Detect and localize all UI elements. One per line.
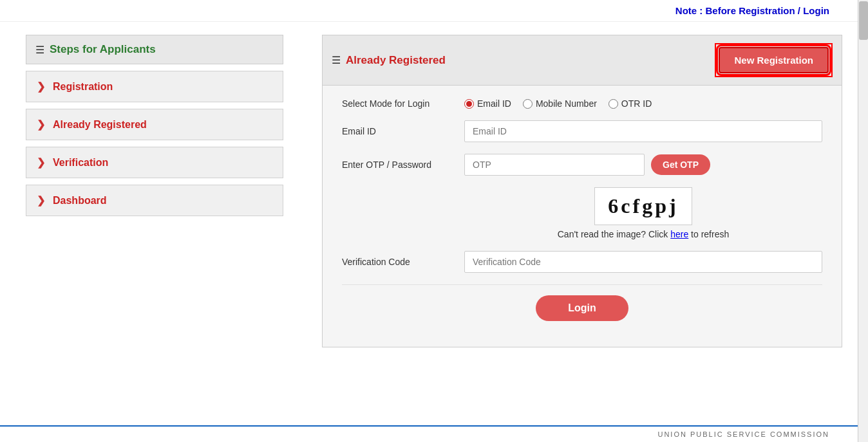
- captcha-hint: Can't read the image? Click here to refr…: [558, 229, 730, 239]
- step-verification[interactable]: ❯ Verification: [26, 147, 283, 178]
- select-mode-row: Select Mode for Login Email ID Mobile Nu…: [342, 98, 822, 109]
- footer-bar: UNION PUBLIC SERVICE COMMISSION: [0, 425, 868, 442]
- email-control-group: [464, 120, 822, 142]
- footer-text: UNION PUBLIC SERVICE COMMISSION: [657, 430, 829, 438]
- hamburger-icon: ☰: [35, 44, 44, 56]
- login-mode-radio-group: Email ID Mobile Number OTR ID: [464, 98, 822, 109]
- captcha-hint-text: Can't read the image? Click: [558, 229, 670, 239]
- step-label-already-registered: Already Registered: [53, 119, 147, 131]
- get-otp-button[interactable]: Get OTP: [651, 154, 710, 175]
- form-body: Select Mode for Login Email ID Mobile Nu…: [323, 86, 842, 347]
- step-registration[interactable]: ❯ Registration: [26, 71, 283, 102]
- right-panel-hamburger-icon: ☰: [332, 54, 341, 66]
- otp-row: Enter OTP / Password Get OTP: [342, 154, 822, 176]
- left-panel: ☰ Steps for Applicants ❯ Registration ❯ …: [26, 35, 283, 216]
- new-registration-wrapper: New Registration: [715, 43, 833, 77]
- otp-label: Enter OTP / Password: [342, 160, 451, 170]
- step-arrow-already-registered: ❯: [37, 118, 45, 131]
- step-already-registered[interactable]: ❯ Already Registered: [26, 109, 283, 140]
- select-mode-label: Select Mode for Login: [342, 98, 451, 109]
- verification-input[interactable]: [464, 251, 822, 273]
- scrollbar-thumb[interactable]: [859, 1, 868, 40]
- right-panel-title: Already Registered: [346, 54, 446, 67]
- step-arrow-registration: ❯: [37, 80, 45, 93]
- radio-email-option[interactable]: Email ID: [464, 98, 511, 109]
- captcha-hint-after: to refresh: [688, 229, 729, 239]
- main-content: ☰ Steps for Applicants ❯ Registration ❯ …: [0, 22, 868, 360]
- verification-label: Verification Code: [342, 257, 451, 267]
- radio-mobile-label: Mobile Number: [536, 98, 597, 109]
- step-label-verification: Verification: [53, 157, 108, 169]
- radio-email-label: Email ID: [477, 98, 511, 109]
- left-panel-title: Steps for Applicants: [50, 43, 156, 56]
- email-label: Email ID: [342, 126, 451, 136]
- step-arrow-verification: ❯: [37, 156, 45, 169]
- otp-control-group: Get OTP: [464, 154, 822, 176]
- radio-otr-option[interactable]: OTR ID: [609, 98, 652, 109]
- top-note-text: Note : Before Registration / Login: [675, 5, 829, 16]
- right-panel-header: ☰ Already Registered New Registration: [323, 35, 842, 86]
- radio-email-input[interactable]: [464, 99, 474, 109]
- login-button[interactable]: Login: [536, 295, 628, 321]
- step-dashboard[interactable]: ❯ Dashboard: [26, 185, 283, 216]
- step-arrow-dashboard: ❯: [37, 194, 45, 207]
- step-label-dashboard: Dashboard: [53, 195, 107, 207]
- captcha-image: 6cfgpj: [594, 187, 692, 225]
- right-panel-header-left: ☰ Already Registered: [332, 54, 446, 67]
- top-note-bar: Note : Before Registration / Login: [0, 0, 868, 22]
- radio-otr-input[interactable]: [609, 99, 618, 109]
- email-input[interactable]: [464, 120, 822, 142]
- login-btn-row: Login: [342, 284, 822, 327]
- left-panel-header: ☰ Steps for Applicants: [26, 35, 283, 64]
- email-row: Email ID: [342, 120, 822, 142]
- captcha-section: 6cfgpj Can't read the image? Click here …: [464, 187, 822, 239]
- new-registration-button[interactable]: New Registration: [719, 47, 829, 73]
- right-panel: ☰ Already Registered New Registration Se…: [322, 35, 842, 347]
- verification-control-group: [464, 251, 822, 273]
- radio-mobile-input[interactable]: [523, 99, 533, 109]
- scrollbar-track[interactable]: [858, 0, 868, 442]
- verification-row: Verification Code: [342, 251, 822, 273]
- captcha-refresh-link[interactable]: here: [670, 229, 688, 239]
- otp-input[interactable]: [464, 154, 645, 176]
- radio-otr-label: OTR ID: [621, 98, 652, 109]
- radio-mobile-option[interactable]: Mobile Number: [523, 98, 597, 109]
- step-label-registration: Registration: [53, 81, 113, 93]
